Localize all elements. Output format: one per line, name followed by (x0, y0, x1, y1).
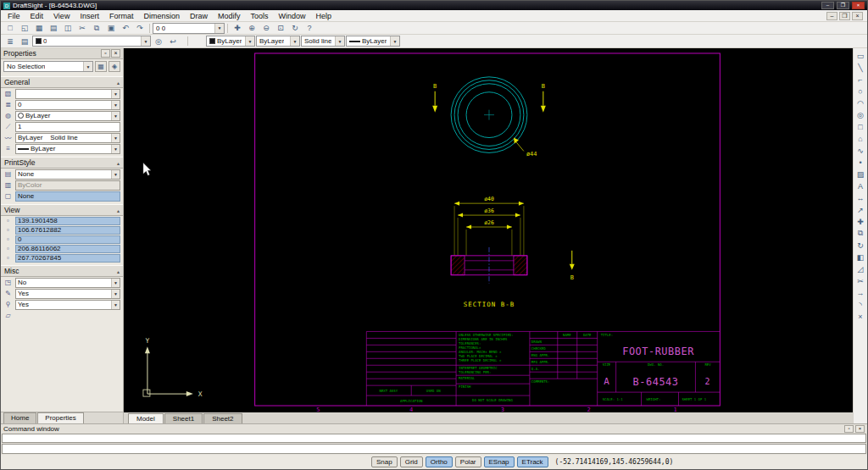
ellipse-icon[interactable]: ◎ (854, 109, 867, 120)
section-misc[interactable]: Misc▴ (1, 265, 123, 277)
layer-field[interactable]: 0▼ (15, 100, 120, 110)
menu-item[interactable]: Dimension (138, 11, 185, 21)
point-icon[interactable]: • (854, 157, 867, 168)
zoom-out-icon[interactable]: ⊖ (259, 23, 273, 34)
copy-entity-icon[interactable]: ⧉ (854, 228, 867, 239)
chevron-down-icon[interactable]: ▼ (111, 145, 120, 153)
misc-field-3[interactable]: Yes▼ (15, 300, 120, 310)
menu-item[interactable]: Window (274, 11, 311, 21)
undo-icon[interactable]: ↶ (119, 23, 132, 34)
linecolor-field[interactable]: ByLayer▼ (15, 111, 120, 121)
tab-sheet1[interactable]: Sheet1 (164, 413, 203, 423)
chevron-down-icon[interactable]: ▼ (111, 90, 120, 98)
section-printstyle[interactable]: PrintStyle▴ (1, 157, 123, 169)
chevron-down-icon[interactable]: ▼ (335, 36, 344, 46)
chevron-down-icon[interactable]: ▼ (83, 62, 92, 71)
collapse-icon[interactable]: ▴ (117, 268, 120, 274)
chevron-down-icon[interactable]: ▼ (111, 101, 120, 109)
line-icon[interactable]: ╲ (854, 62, 867, 73)
chevron-down-icon[interactable]: ▼ (111, 170, 120, 179)
chevron-down-icon[interactable]: ▼ (214, 24, 224, 33)
esnap-toggle[interactable]: ESnap (484, 456, 515, 467)
chevron-down-icon[interactable]: ▼ (245, 36, 254, 46)
collapse-icon[interactable]: ▴ (117, 80, 120, 86)
print-icon[interactable]: ▤ (47, 23, 60, 34)
circle-icon[interactable]: ○ (854, 86, 867, 97)
rotate-icon[interactable]: ↻ (854, 240, 867, 251)
quick-input-combo[interactable]: 0 0 ▼ (153, 23, 225, 34)
chevron-down-icon[interactable]: ▼ (111, 112, 120, 120)
view-value-field[interactable]: 139.1901458 (15, 217, 120, 225)
command-float-icon[interactable]: ▫ (844, 425, 854, 433)
linestyle-combo[interactable]: Solid line ▼ (301, 36, 345, 47)
menu-item[interactable]: Insert (75, 11, 104, 21)
trim-icon[interactable]: ✂ (854, 275, 867, 286)
linestyle-field[interactable]: ByLayer Solid line▼ (15, 133, 120, 143)
menu-item[interactable]: Tools (245, 11, 273, 21)
chevron-down-icon[interactable]: ▼ (390, 36, 399, 46)
paste-icon[interactable]: ▣ (104, 23, 118, 34)
snap-toggle[interactable]: Snap (371, 456, 398, 467)
mdi-minimize-icon[interactable]: – (826, 12, 837, 20)
view-value-field[interactable]: 106.67612882 (15, 226, 120, 235)
menu-item[interactable]: Draw (185, 11, 213, 21)
redo-icon[interactable]: ↷ (133, 23, 147, 34)
mdi-close-icon[interactable]: × (852, 12, 863, 20)
tab-sheet2[interactable]: Sheet2 (203, 413, 242, 423)
select-icon[interactable]: ▭ (854, 50, 867, 61)
printstyle-sheet-field[interactable]: None (15, 191, 120, 202)
panel-close-icon[interactable]: × (111, 49, 120, 58)
spline-icon[interactable]: ∿ (854, 145, 867, 156)
rebuild-icon[interactable]: ↻ (288, 23, 302, 34)
chevron-down-icon[interactable]: ▼ (111, 290, 120, 298)
command-close-icon[interactable]: × (855, 425, 865, 433)
misc-field-1[interactable]: No▼ (15, 278, 120, 288)
grid-toggle[interactable]: Grid (400, 456, 423, 467)
maximize-button[interactable]: ❐ (837, 2, 849, 9)
select-entities-button[interactable]: ▦ (95, 61, 107, 72)
chevron-down-icon[interactable]: ▼ (141, 36, 150, 46)
scale-icon[interactable]: ◿ (854, 263, 867, 274)
menu-item[interactable]: Help (311, 11, 337, 21)
menu-item[interactable]: Modify (213, 11, 246, 21)
panel-tab-properties[interactable]: Properties (37, 412, 83, 423)
menu-item[interactable]: Format (104, 11, 139, 21)
lineweight-field[interactable]: ByLayer▼ (15, 144, 120, 154)
chevron-down-icon[interactable]: ▼ (111, 279, 120, 287)
chevron-down-icon[interactable]: ▼ (111, 134, 120, 142)
pan-icon[interactable]: ✚ (231, 23, 244, 34)
arc-icon[interactable]: ◠ (854, 97, 867, 108)
drawing-canvas[interactable]: 5 4 3 2 1 (124, 48, 853, 412)
view-value-field[interactable]: 267.70267845 (15, 254, 120, 263)
save-icon[interactable]: ▦ (32, 23, 46, 34)
layers-manager-icon[interactable]: ≣ (3, 36, 17, 47)
close-button[interactable]: × (852, 2, 865, 9)
view-value-field[interactable]: 0 (15, 235, 120, 244)
collapse-icon[interactable]: ▴ (117, 207, 120, 213)
leader-icon[interactable]: ↗ (854, 204, 867, 215)
linescale-field[interactable]: 1 (15, 122, 120, 132)
etrack-toggle[interactable]: ETrack (517, 456, 548, 467)
cut-icon[interactable]: ✂ (75, 23, 89, 34)
mdi-restore-icon[interactable]: ❐ (839, 12, 850, 20)
linecolor2-combo[interactable]: ByLayer ▼ (256, 36, 300, 47)
polyline-icon[interactable]: ⌐ (854, 74, 867, 85)
quick-select-button[interactable]: ◈ (108, 61, 120, 72)
polar-toggle[interactable]: Polar (455, 456, 481, 467)
collapse-icon[interactable]: ▴ (117, 160, 120, 166)
lineweight-combo[interactable]: ByLayer ▼ (346, 36, 400, 47)
help-icon[interactable]: ? (303, 23, 316, 34)
zoom-in-icon[interactable]: ⊕ (245, 23, 259, 34)
fillet-icon[interactable]: ◝ (854, 299, 867, 310)
section-view[interactable]: View▴ (1, 204, 123, 216)
menu-item[interactable]: File (3, 11, 25, 21)
section-general[interactable]: General▴ (1, 76, 123, 88)
dimension-icon[interactable]: ↔ (854, 192, 867, 203)
chevron-down-icon[interactable]: ▼ (290, 36, 299, 46)
layer-combo[interactable]: 0 ▼ (32, 36, 151, 47)
panel-tab-home[interactable]: Home (3, 412, 36, 423)
panel-pin-icon[interactable]: ▫ (101, 49, 110, 58)
chevron-down-icon[interactable]: ▼ (111, 301, 120, 309)
extend-icon[interactable]: → (854, 287, 867, 298)
polygon-icon[interactable]: ⌂ (854, 133, 867, 144)
